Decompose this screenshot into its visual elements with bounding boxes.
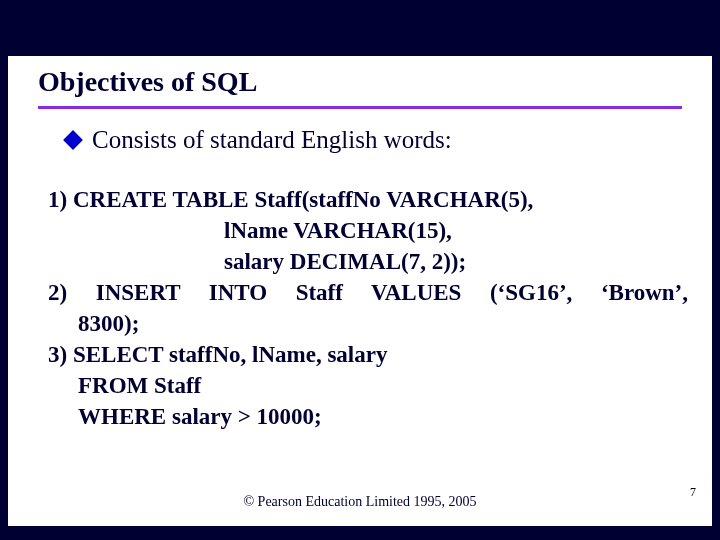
bullet-text: Consists of standard English words: (92, 126, 452, 154)
code-line-3: salary DECIMAL(7, 2)); (48, 246, 688, 277)
code-tok: Staff (296, 280, 343, 305)
code-tok: VALUES (371, 280, 461, 305)
code-line-6: 3) SELECT staffNo, lName, salary (48, 339, 688, 370)
code-tok: 2) (48, 280, 67, 305)
code-line-1: 1) CREATE TABLE Staff(staffNo VARCHAR(5)… (48, 184, 688, 215)
code-tok: INSERT (96, 280, 180, 305)
code-tok: (‘SG16’, (490, 280, 572, 305)
page-number: 7 (690, 485, 696, 500)
slide: Objectives of SQL Consists of standard E… (0, 0, 720, 540)
slide-title: Objectives of SQL (38, 66, 257, 98)
code-tok: ‘Brown’, (601, 280, 688, 305)
slide-content: Objectives of SQL Consists of standard E… (8, 56, 712, 526)
copyright-footer: © Pearson Education Limited 1995, 2005 (8, 494, 712, 510)
code-line-8: WHERE salary > 10000; (48, 401, 688, 432)
code-line-7: FROM Staff (48, 370, 688, 401)
code-line-4: 2) INSERT INTO Staff VALUES (‘SG16’, ‘Br… (48, 277, 688, 308)
diamond-icon (63, 130, 83, 150)
bullet-item: Consists of standard English words: (66, 126, 452, 154)
code-line-2: lName VARCHAR(15), (48, 215, 688, 246)
title-underline (38, 106, 682, 109)
code-block: 1) CREATE TABLE Staff(staffNo VARCHAR(5)… (48, 184, 688, 432)
code-tok: INTO (209, 280, 267, 305)
code-line-5: 8300); (48, 308, 688, 339)
